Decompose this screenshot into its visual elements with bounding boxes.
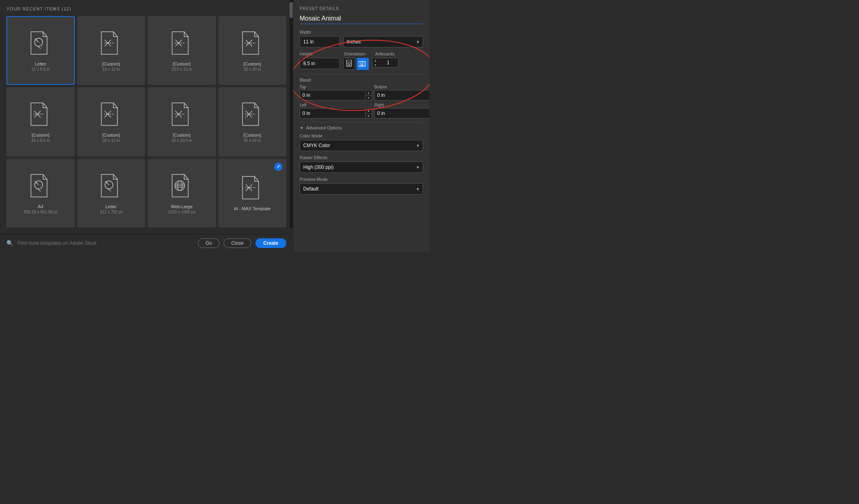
- bleed-bottom-input-wrap: ▲ ▼: [374, 90, 430, 100]
- item-icon-7: [170, 102, 194, 129]
- item-icon-8: [240, 102, 264, 129]
- item-sublabel-5: 45 x 8.5 in: [31, 138, 50, 143]
- svg-line-28: [105, 181, 109, 185]
- item-label-2: [Custom]: [102, 61, 120, 66]
- recent-items-grid: Letter11 x 8.5 in [Custom]19 x 11 in [Cu…: [6, 16, 286, 227]
- bleed-left-spinner: ▲ ▼: [365, 109, 372, 118]
- bleed-top-input[interactable]: [300, 90, 365, 100]
- portrait-button[interactable]: [343, 58, 355, 70]
- artboards-input-wrap: ▲ ▼: [372, 58, 399, 68]
- bleed-top-down[interactable]: ▼: [366, 96, 372, 100]
- unit-select-wrap: Inches Centimeters Millimeters Pixels Po…: [343, 36, 423, 47]
- bleed-right-label: Right: [374, 103, 430, 107]
- scrollbar-track[interactable]: [290, 0, 293, 228]
- grid-item-3[interactable]: [Custom]19.5 x 11 in: [148, 16, 216, 85]
- grid-item-6[interactable]: [Custom]20 x 12 in: [77, 87, 146, 156]
- item-label-5: [Custom]: [32, 133, 49, 137]
- item-label-9: A4: [38, 204, 43, 209]
- item-icon-1: [29, 31, 53, 58]
- svg-rect-38: [347, 60, 351, 66]
- advanced-arrow-icon: ▼: [300, 126, 304, 130]
- color-mode-select[interactable]: CMYK Color RGB Color: [300, 140, 423, 151]
- item-sublabel-6: 20 x 12 in: [103, 138, 120, 143]
- bottom-bar: 🔍 Go Close Create: [0, 234, 293, 252]
- item-icon-4: [240, 31, 264, 58]
- grid-item-11[interactable]: Web-Large1920 x 1080 px: [148, 159, 216, 227]
- svg-line-25: [35, 181, 39, 185]
- item-icon-10: [99, 174, 123, 201]
- bleed-left-down[interactable]: ▼: [366, 114, 372, 119]
- artboards-value[interactable]: [378, 58, 399, 68]
- item-sublabel-1: 11 x 8.5 in: [31, 67, 50, 72]
- item-label-10: Letter: [105, 204, 117, 209]
- divider-2: [300, 122, 423, 122]
- search-input[interactable]: [17, 240, 194, 246]
- item-icon-6: [99, 102, 123, 129]
- bleed-top-up[interactable]: ▲: [366, 90, 372, 96]
- bleed-bottom-input[interactable]: [375, 90, 430, 100]
- item-sublabel-2: 19 x 11 in: [103, 67, 120, 72]
- item-sublabel-4: 30 x 20 in: [244, 67, 261, 72]
- width-label: Width: [300, 30, 423, 35]
- close-button[interactable]: Close: [224, 238, 251, 248]
- artboards-down-button[interactable]: ▼: [372, 63, 378, 67]
- preview-mode-label: Preview Mode: [300, 177, 423, 182]
- bleed-top-spinner: ▲ ▼: [365, 90, 372, 100]
- unit-select[interactable]: Inches Centimeters Millimeters Pixels Po…: [343, 36, 423, 47]
- section-title: YOUR RECENT ITEMS (12): [6, 6, 286, 11]
- color-mode-section: Color Mode CMYK Color RGB Color ▼: [300, 133, 423, 151]
- bleed-top-label: Top: [300, 85, 372, 89]
- svg-point-39: [348, 62, 350, 64]
- width-input[interactable]: [300, 36, 340, 47]
- bleed-top-input-wrap: ▲ ▼: [300, 90, 372, 100]
- bleed-left-label: Left: [300, 103, 372, 107]
- height-orientation-row: ▲ ▼: [300, 58, 423, 70]
- bleed-grid: Top ▲ ▼ Bottom ▲ ▼: [300, 85, 423, 119]
- grid-item-10[interactable]: Letter612 x 792 pt: [77, 159, 146, 227]
- item-label-11: Web-Large: [171, 204, 193, 209]
- artboards-label: Artboards: [375, 51, 423, 56]
- grid-item-12[interactable]: Ai - MAX Template: [218, 159, 287, 227]
- preview-mode-select[interactable]: Default Pixel Overprint: [300, 183, 423, 195]
- grid-item-9[interactable]: A4595.28 x 841.89 pt: [6, 159, 75, 227]
- grid-item-1[interactable]: Letter11 x 8.5 in: [6, 16, 75, 85]
- svg-rect-40: [359, 61, 365, 66]
- bleed-left-input-wrap: ▲ ▼: [300, 108, 372, 119]
- artboards-up-button[interactable]: ▲: [372, 58, 378, 63]
- grid-item-2[interactable]: [Custom]19 x 11 in: [77, 16, 146, 85]
- bleed-left-input[interactable]: [300, 109, 365, 118]
- item-sublabel-11: 1920 x 1080 px: [168, 210, 195, 214]
- scrollbar-thumb[interactable]: [290, 2, 293, 18]
- item-icon-2: [99, 31, 123, 58]
- grid-item-5[interactable]: [Custom]45 x 8.5 in: [6, 87, 75, 156]
- item-sublabel-9: 595.28 x 841.89 pt: [24, 210, 57, 214]
- height-input[interactable]: [300, 58, 340, 69]
- search-icon: 🔍: [6, 240, 13, 246]
- item-label-8: [Custom]: [243, 133, 261, 137]
- color-mode-select-wrap: CMYK Color RGB Color ▼: [300, 140, 423, 151]
- grid-item-7[interactable]: [Custom]18 x 10.5 in: [148, 87, 216, 156]
- go-button[interactable]: Go: [198, 238, 220, 248]
- grid-item-8[interactable]: [Custom]45 x 24 in: [218, 87, 287, 156]
- landscape-button[interactable]: [357, 58, 369, 70]
- bleed-bottom-label: Bottom: [374, 85, 430, 89]
- item-label-7: [Custom]: [173, 133, 191, 137]
- create-button[interactable]: Create: [255, 238, 286, 248]
- advanced-options-label: Advanced Options: [306, 125, 342, 130]
- item-icon-5: [29, 102, 53, 129]
- preset-name-input[interactable]: [300, 15, 423, 24]
- bleed-left-up[interactable]: ▲: [366, 109, 372, 114]
- bleed-label: Bleed: [300, 78, 423, 82]
- raster-effects-section: Raster Effects High (300 ppi) Medium (15…: [300, 155, 423, 173]
- svg-line-1: [35, 39, 39, 42]
- preset-details-label: PRESET DETAILS: [300, 6, 423, 11]
- bleed-bottom-wrap: Bottom ▲ ▼: [374, 85, 430, 100]
- raster-effects-label: Raster Effects: [300, 155, 423, 160]
- bleed-right-input[interactable]: [375, 109, 430, 118]
- raster-effects-select[interactable]: High (300 ppi) Medium (150 ppi) Low (72 …: [300, 162, 423, 173]
- bleed-left-wrap: Left ▲ ▼: [300, 103, 372, 119]
- item-label-6: [Custom]: [102, 133, 120, 137]
- advanced-options-toggle[interactable]: ▼ Advanced Options: [300, 125, 423, 130]
- grid-item-4[interactable]: [Custom]30 x 20 in: [218, 16, 287, 85]
- item-icon-11: [170, 174, 194, 201]
